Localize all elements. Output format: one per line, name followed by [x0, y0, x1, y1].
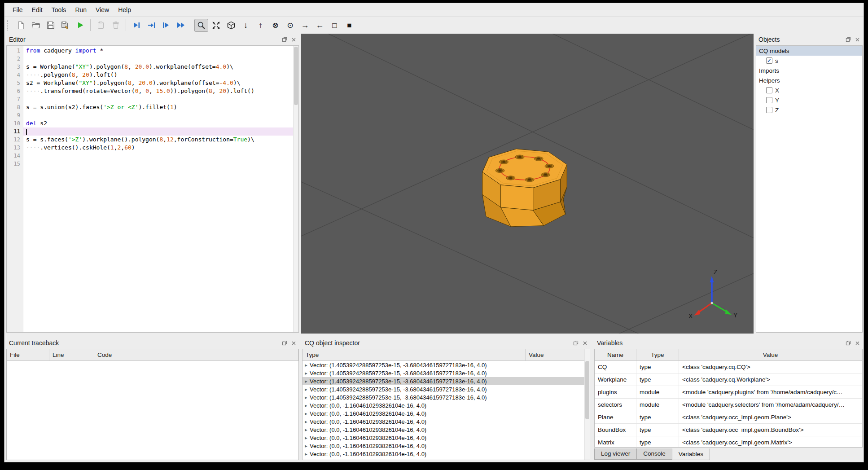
close-panel-icon[interactable] [854, 340, 861, 347]
inspector-row[interactable]: ▸Vector: (0.0, -1.1604610293826104e-16, … [302, 417, 590, 426]
run-button[interactable] [73, 19, 87, 32]
menu-item-edit[interactable]: Edit [27, 4, 47, 16]
code-area[interactable]: from cadquery import *s = Workplane("XY"… [23, 46, 298, 332]
toolbar-handle[interactable] [7, 20, 11, 31]
menu-item-help[interactable]: Help [114, 4, 136, 16]
code-line[interactable]: s = s.faces('>Z').workplane().polygon(8,… [23, 136, 298, 144]
debug-continue-button[interactable] [174, 19, 188, 32]
view-top-button[interactable]: ↑ [254, 19, 267, 32]
variables-column-value[interactable]: Value [679, 349, 862, 360]
delete-button[interactable] [109, 19, 123, 32]
code-line[interactable] [23, 127, 298, 136]
code-line[interactable]: ····.vertices().cskHole(1,2,60) [23, 144, 298, 152]
expand-arrow-icon[interactable]: ▸ [302, 370, 310, 376]
expand-arrow-icon[interactable]: ▸ [302, 378, 310, 384]
objects-row-helpers[interactable]: Helpers [756, 75, 862, 85]
inspector-row[interactable]: ▸Vector: (0.0, -1.1604610293826104e-16, … [302, 426, 590, 434]
checkbox-z[interactable] [766, 107, 772, 113]
code-line[interactable] [23, 95, 298, 103]
variables-row[interactable]: Matrixtype<class 'cadquery.occ_impl.geom… [595, 436, 862, 448]
tab-variables[interactable]: Variables [672, 448, 710, 460]
float-panel-icon[interactable] [281, 36, 288, 43]
checkbox-s[interactable] [766, 57, 772, 64]
expand-arrow-icon[interactable]: ▸ [302, 427, 310, 433]
view-front-button[interactable]: ⊗ [268, 19, 282, 32]
inspector-scrollbar[interactable] [584, 349, 590, 460]
debug-run-button[interactable] [129, 19, 143, 32]
close-panel-icon[interactable] [582, 340, 588, 347]
code-line[interactable]: from cadquery import * [23, 47, 298, 55]
inspector-column-type[interactable]: Type [302, 349, 526, 360]
tab-log-viewer[interactable]: Log viewer [594, 448, 637, 460]
close-panel-icon[interactable] [854, 36, 861, 43]
shaded-button[interactable]: ■ [342, 19, 356, 32]
debug-step-into-button[interactable] [144, 19, 158, 32]
checkbox-x[interactable] [766, 87, 772, 93]
code-line[interactable]: s = Workplane("XY").polygon(8, 20.0).wor… [23, 63, 298, 71]
inspector-row[interactable]: ▸Vector: (1.4053924288597253e-15, -3.680… [302, 361, 590, 369]
inspector-row[interactable]: ▸Vector: (1.4053924288597253e-15, -3.680… [302, 377, 590, 385]
close-panel-icon[interactable] [290, 340, 297, 347]
variables-column-type[interactable]: Type [636, 349, 679, 360]
new-file-button[interactable] [14, 19, 28, 32]
float-panel-icon[interactable] [281, 340, 288, 347]
variables-row[interactable]: BoundBoxtype<class 'cadquery.occ_impl.ge… [595, 424, 862, 436]
zoom-button[interactable] [194, 19, 208, 32]
inspector-row[interactable]: ▸Vector: (1.4053924288597253e-15, -3.680… [302, 369, 590, 377]
code-line[interactable] [23, 160, 298, 168]
code-line[interactable]: del s2 [23, 119, 298, 127]
menu-item-view[interactable]: View [91, 4, 114, 16]
inspector-row[interactable]: ▸Vector: (0.0, -1.1604610293826104e-16, … [302, 450, 590, 458]
view-bottom-button[interactable]: ↓ [239, 19, 253, 32]
paste-button[interactable] [94, 19, 108, 32]
fit-view-button[interactable] [209, 19, 223, 32]
inspector-row[interactable]: ▸Vector: (1.4053924288597253e-15, -3.680… [302, 385, 590, 393]
view-left-button[interactable]: ← [313, 19, 327, 32]
code-line[interactable]: s2 = Workplane("XY").polygon(8, 20.0).wo… [23, 79, 298, 87]
expand-arrow-icon[interactable]: ▸ [302, 443, 310, 449]
inspector-row[interactable]: ▸Vector: (0.0, -1.1604610293826104e-16, … [302, 434, 590, 442]
viewport-3d[interactable]: Z X Y [301, 34, 754, 334]
inspector-row[interactable]: ▸Vector: (1.4053924288597253e-15, -3.680… [302, 393, 590, 401]
open-file-button[interactable] [29, 19, 43, 32]
expand-arrow-icon[interactable]: ▸ [302, 362, 310, 368]
float-panel-icon[interactable] [845, 36, 851, 43]
menu-item-file[interactable]: File [8, 4, 27, 16]
menu-item-run[interactable]: Run [70, 4, 91, 16]
code-line[interactable]: s = s.union(s2).faces('>Z or <Z').fillet… [23, 103, 298, 111]
inspector-column-value[interactable]: Value [526, 349, 590, 360]
view-right-button[interactable]: → [298, 19, 312, 32]
code-line[interactable] [23, 152, 298, 160]
model-3d[interactable] [482, 149, 567, 227]
code-line[interactable] [23, 55, 298, 63]
objects-row-cq-models[interactable]: CQ models [756, 46, 862, 56]
editor-scrollbar[interactable] [293, 46, 298, 332]
code-line[interactable]: ····.transformed(rotate=Vector(0, 0, 15.… [23, 87, 298, 95]
variables-row[interactable]: CQtype<class 'cadquery.cq.CQ'> [595, 361, 862, 373]
expand-arrow-icon[interactable]: ▸ [302, 411, 310, 417]
traceback-column-code[interactable]: Code [94, 349, 298, 360]
close-panel-icon[interactable] [290, 36, 297, 43]
expand-arrow-icon[interactable]: ▸ [302, 435, 310, 441]
float-panel-icon[interactable] [572, 340, 579, 347]
view-back-button[interactable]: ⊙ [283, 19, 297, 32]
variables-row[interactable]: Planetype<class 'cadquery.occ_impl.geom.… [595, 411, 862, 424]
expand-arrow-icon[interactable]: ▸ [302, 403, 310, 409]
code-line[interactable]: ····.polygon(8, 20).loft() [23, 71, 298, 79]
save-as-button[interactable] [58, 19, 72, 32]
checkbox-y[interactable] [766, 97, 772, 103]
save-button[interactable] [44, 19, 57, 32]
expand-arrow-icon[interactable]: ▸ [302, 419, 310, 425]
variables-column-name[interactable]: Name [595, 349, 636, 360]
objects-row-y[interactable]: Y [756, 95, 862, 105]
traceback-column-file[interactable]: File [7, 349, 49, 360]
objects-tree[interactable]: CQ modelssImportsHelpersXYZ [756, 45, 863, 333]
debug-step-over-button[interactable] [159, 19, 173, 32]
variables-row[interactable]: Workplanetype<class 'cadquery.cq.Workpla… [595, 373, 862, 386]
objects-row-s[interactable]: s [756, 56, 862, 66]
traceback-column-line[interactable]: Line [49, 349, 94, 360]
scrollbar-thumb[interactable] [294, 47, 298, 105]
inspector-row[interactable]: ▸Vector: (0.0, -1.1604610293826104e-16, … [302, 442, 590, 450]
wireframe-button[interactable]: □ [328, 19, 342, 32]
iso-view-button[interactable] [224, 19, 238, 32]
